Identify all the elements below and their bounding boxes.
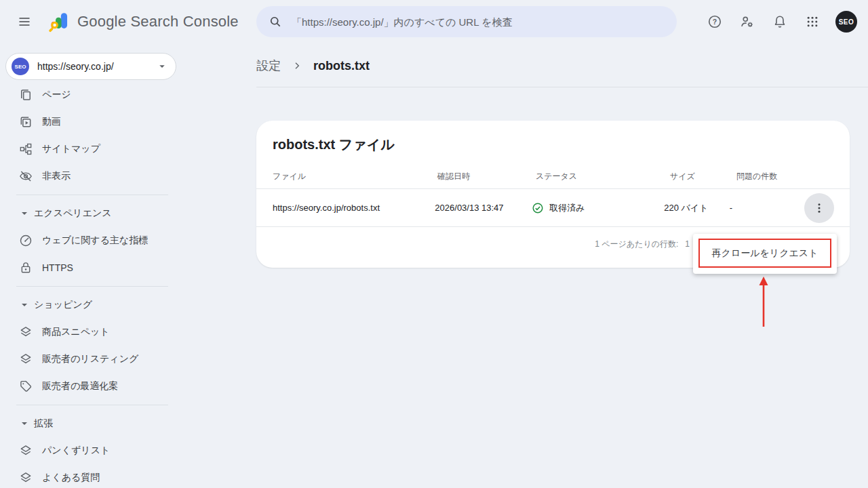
sidebar-section-label: エクスペリエンス	[34, 207, 112, 220]
hamburger-menu-icon[interactable]	[11, 8, 38, 35]
sidebar-divider	[16, 195, 168, 195]
sidebar-item-label: パンくずリスト	[42, 445, 110, 457]
sidebar-item-label: ウェブに関する主な指標	[42, 235, 148, 247]
sidebar-item-label: よくある質問	[42, 472, 100, 484]
user-settings-icon	[740, 14, 755, 29]
request-recrawl-menu-item[interactable]: 再クロールをリクエスト	[698, 239, 831, 268]
cell-size: 220 バイト	[664, 202, 730, 214]
help-icon: ?	[707, 14, 722, 29]
manage-users-button[interactable]	[732, 7, 762, 37]
sidebar-divider	[16, 286, 168, 287]
account-avatar[interactable]: SEO	[835, 11, 857, 33]
help-button[interactable]: ?	[700, 7, 730, 37]
col-header-file: ファイル	[273, 171, 437, 182]
rich-result-layers-icon	[19, 352, 33, 366]
cell-status: 取得済み	[532, 202, 664, 214]
tag-icon	[19, 380, 33, 393]
sidebar-item-pages[interactable]: ページ	[0, 81, 176, 108]
lock-icon	[19, 261, 33, 274]
rich-result-layers-icon	[19, 325, 33, 339]
collapse-caret-icon	[21, 302, 28, 308]
eye-off-icon	[19, 169, 33, 183]
cell-file: https://seory.co.jp/robots.txt	[273, 203, 435, 213]
header-divider	[256, 87, 868, 87]
app-title: Google Search Console	[77, 13, 239, 30]
check-circle-icon	[532, 202, 544, 214]
cell-checked: 2026/03/13 13:47	[435, 203, 532, 213]
status-text: 取得済み	[549, 202, 585, 214]
collapse-caret-icon	[21, 420, 28, 427]
sidebar-item-faq[interactable]: よくある質問	[0, 464, 176, 488]
sidebar-item-removals[interactable]: 非表示	[0, 163, 176, 190]
url-inspection-searchbox[interactable]	[256, 6, 677, 37]
sidebar-item-video[interactable]: 動画	[0, 108, 176, 136]
sidebar-item-product-snippets[interactable]: 商品スニペット	[0, 319, 176, 346]
sidebar-item-label: 販売者のリスティング	[42, 353, 138, 365]
sidebar-item-label: HTTPS	[42, 262, 73, 273]
bell-icon	[772, 14, 787, 29]
rich-result-layers-icon	[19, 471, 33, 485]
sidebar: SEO https://seory.co.jp/ ページ 動画 サイトマップ	[0, 43, 176, 488]
col-header-issues: 問題の件数	[736, 171, 812, 182]
search-input[interactable]	[292, 16, 665, 28]
breadcrumb-settings-link[interactable]: 設定	[256, 58, 281, 74]
kebab-icon	[813, 202, 825, 214]
sidebar-section-enhancements[interactable]: 拡張	[0, 410, 176, 437]
sidebar-item-breadcrumbs[interactable]: パンくずリスト	[0, 437, 176, 464]
sidebar-item-label: 販売者の最適化案	[42, 380, 118, 392]
search-console-logo-icon	[47, 10, 71, 33]
row-context-menu: 再クロールをリクエスト	[693, 234, 837, 274]
rows-per-page-value[interactable]: 1	[685, 239, 690, 249]
property-badge: SEO	[12, 58, 29, 75]
cell-issues: -	[730, 203, 804, 213]
sidebar-divider	[16, 405, 168, 405]
sitemap-icon	[19, 142, 33, 156]
topbar-icons: ? SEO	[700, 7, 857, 37]
sidebar-item-https[interactable]: HTTPS	[0, 254, 176, 281]
sidebar-section-label: ショッピング	[34, 299, 92, 311]
video-icon	[19, 115, 33, 129]
hamburger-icon	[18, 15, 31, 28]
speedometer-icon	[19, 234, 33, 247]
sidebar-item-sitemaps[interactable]: サイトマップ	[0, 136, 176, 163]
svg-text:?: ?	[713, 18, 717, 26]
collapse-caret-icon	[21, 210, 28, 217]
main-content: 設定 robots.txt robots.txt ファイル ファイル 確認日時 …	[176, 43, 868, 488]
google-apps-button[interactable]	[797, 7, 827, 37]
dropdown-arrow-icon	[155, 60, 169, 73]
search-icon	[269, 15, 282, 28]
sidebar-section-label: 拡張	[34, 418, 53, 430]
sidebar-section-experience[interactable]: エクスペリエンス	[0, 200, 176, 227]
card-title: robots.txt ファイル	[256, 121, 850, 154]
property-url: https://seory.co.jp/	[37, 61, 155, 72]
breadcrumb: 設定 robots.txt	[256, 58, 370, 74]
sidebar-item-merchant-opportunities[interactable]: 販売者の最適化案	[0, 373, 176, 400]
table-header-row: ファイル 確認日時 ステータス サイズ 問題の件数	[256, 165, 850, 189]
sidebar-item-label: サイトマップ	[42, 143, 100, 155]
sidebar-item-label: 動画	[42, 116, 61, 128]
sidebar-item-core-web-vitals[interactable]: ウェブに関する主な指標	[0, 227, 176, 254]
rows-per-page-label: 1 ページあたりの行数:	[595, 239, 678, 250]
annotation-arrow-icon	[755, 277, 772, 327]
apps-grid-icon	[806, 15, 819, 28]
col-header-size: サイズ	[670, 171, 736, 182]
topbar: Google Search Console ?	[0, 0, 868, 43]
sidebar-item-merchant-listings[interactable]: 販売者のリスティング	[0, 346, 176, 373]
sidebar-item-label: 商品スニペット	[42, 326, 110, 338]
col-header-checked: 確認日時	[437, 171, 536, 182]
sidebar-item-label: 非表示	[42, 170, 71, 182]
chevron-right-icon	[292, 60, 302, 71]
col-header-status: ステータス	[536, 171, 670, 182]
notifications-button[interactable]	[765, 7, 795, 37]
property-selector[interactable]: SEO https://seory.co.jp/	[5, 53, 176, 80]
table-row[interactable]: https://seory.co.jp/robots.txt 2026/03/1…	[256, 189, 850, 227]
sidebar-item-label: ページ	[42, 89, 71, 101]
rich-result-layers-icon	[19, 444, 33, 458]
breadcrumb-current: robots.txt	[313, 59, 370, 73]
row-kebab-menu-button[interactable]	[804, 193, 834, 223]
sidebar-section-shopping[interactable]: ショッピング	[0, 291, 176, 319]
pages-icon	[19, 88, 33, 102]
